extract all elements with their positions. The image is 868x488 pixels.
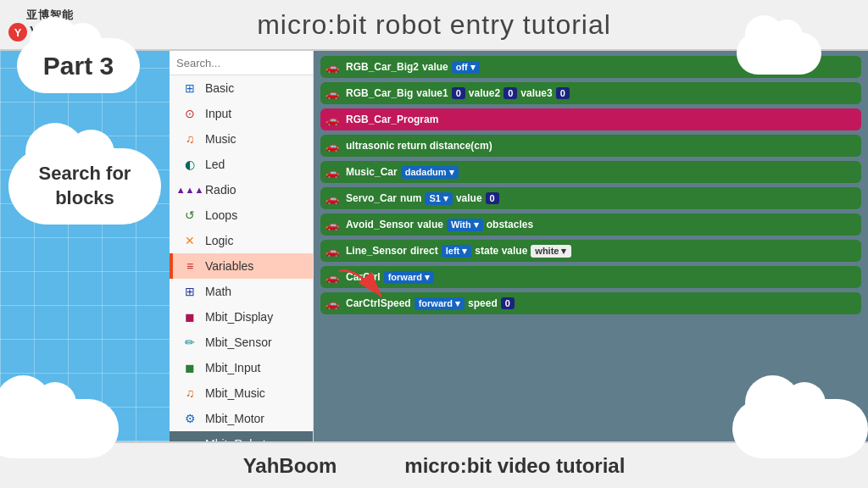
block-rgb-car-program[interactable]: 🚗 RGB_Car_Program xyxy=(320,108,861,130)
car-icon-6: 🚗 xyxy=(326,192,339,205)
block-label-music-car: Music_Car xyxy=(346,166,398,178)
search-bar[interactable]: 🔍 xyxy=(170,51,313,75)
logic-icon: ✕ xyxy=(181,232,198,249)
val-v3[interactable]: 0 xyxy=(556,87,570,99)
sidebar-item-mbit-input[interactable]: ◼ Mbit_Input xyxy=(170,355,313,380)
block-carctrl-speed[interactable]: 🚗 CarCtrlSpeed forward ▾ speed 0 xyxy=(320,292,861,314)
sidebar-label-radio: Radio xyxy=(205,183,236,197)
sidebar-label-variables: Variables xyxy=(205,259,253,273)
radio-icon: ▲▲▲ xyxy=(181,181,198,198)
cloud-search-text: Search forblocks xyxy=(39,162,131,210)
main-title: micro:bit robot entry tutorial xyxy=(257,9,611,41)
sidebar-item-loops[interactable]: ↺ Loops xyxy=(170,202,313,228)
sidebar-item-basic[interactable]: ⊞ Basic xyxy=(170,75,313,101)
logo-y-icon: Y xyxy=(8,23,27,42)
cloud-bottomright xyxy=(732,399,868,458)
val-v2[interactable]: 0 xyxy=(504,87,517,99)
math-icon: ⊞ xyxy=(181,283,198,300)
car-icon-1: 🚗 xyxy=(326,61,339,74)
bottom-bar-left: YahBoom xyxy=(243,454,337,478)
block-servo-car[interactable]: 🚗 Servo_Car num S1 ▾ value 0 xyxy=(320,187,861,209)
sidebar-label-loops: Loops xyxy=(205,208,237,222)
block-rgb-car-big[interactable]: 🚗 RGB_Car_Big value1 0 value2 0 value3 0 xyxy=(320,82,861,104)
car-icon-7: 🚗 xyxy=(326,219,339,231)
car-icon-2: 🚗 xyxy=(326,87,339,100)
block-avoid-sensor[interactable]: 🚗 Avoid_Sensor value With ▾ obstacles xyxy=(320,214,861,236)
cloud-topright xyxy=(737,32,821,75)
sidebar-label-music: Music xyxy=(205,132,236,146)
val-with[interactable]: With ▾ xyxy=(447,219,483,231)
sidebar-item-led[interactable]: ◐ Led xyxy=(170,152,313,177)
mbit-display-icon: ◼ xyxy=(181,308,198,325)
val-forward2[interactable]: forward ▾ xyxy=(415,297,465,310)
block-label-servo: Servo_Car xyxy=(346,192,397,204)
block-carctrl[interactable]: 🚗 CarCtrl forward ▾ xyxy=(320,266,861,288)
sidebar: 🔍 ⊞ Basic ⊙ Input ♫ Music ◐ Led ▲▲▲ Radi… xyxy=(170,51,314,441)
block-label-line: Line_Sensor xyxy=(346,245,407,257)
sidebar-label-mbit-display: Mbit_Display xyxy=(205,310,273,324)
search-input[interactable] xyxy=(176,57,314,69)
block-label-rgb-program: RGB_Car_Program xyxy=(346,114,438,125)
mbit-motor-icon: ⚙ xyxy=(181,410,198,427)
block-label-ultrasonic: ultrasonic return distance(cm) xyxy=(346,140,492,152)
sidebar-item-logic[interactable]: ✕ Logic xyxy=(170,228,313,253)
block-ultrasonic[interactable]: 🚗 ultrasonic return distance(cm) xyxy=(320,135,861,157)
title-bar: 亚博智能 Y YahBoom micro:bit robot entry tut… xyxy=(0,0,868,51)
part-label: Part 3 xyxy=(43,52,114,80)
sidebar-item-mbit-sensor[interactable]: ✏ Mbit_Sensor xyxy=(170,330,313,355)
sidebar-item-music[interactable]: ♫ Music xyxy=(170,126,313,152)
car-icon-5: 🚗 xyxy=(326,166,339,179)
variables-icon: ≡ xyxy=(181,258,198,274)
mbit-robot-icon: 🚗 xyxy=(181,435,198,441)
block-label-avoid: Avoid_Sensor xyxy=(346,219,414,230)
val-white[interactable]: white ▾ xyxy=(531,245,570,258)
sidebar-item-mbit-robot[interactable]: 🚗 Mbit_Robot xyxy=(170,431,313,441)
val-dadadum[interactable]: dadadum ▾ xyxy=(401,166,459,179)
sidebar-label-logic: Logic xyxy=(205,234,233,247)
val-speed[interactable]: 0 xyxy=(501,297,515,309)
sidebar-label-math: Math xyxy=(205,285,231,298)
car-icon-4: 🚗 xyxy=(326,140,339,152)
sidebar-item-mbit-display[interactable]: ◼ Mbit_Display xyxy=(170,304,313,330)
val-off[interactable]: off ▾ xyxy=(452,61,480,74)
val-s1[interactable]: S1 ▾ xyxy=(425,192,453,205)
music-icon: ♫ xyxy=(181,130,198,147)
sidebar-item-mbit-music[interactable]: ♫ Mbit_Music xyxy=(170,380,313,406)
sidebar-item-input[interactable]: ⊙ Input xyxy=(170,101,313,126)
sidebar-label-mbit-music: Mbit_Music xyxy=(205,386,265,400)
val-servo-v[interactable]: 0 xyxy=(486,192,499,204)
cloud-search-blocks: Search forblocks xyxy=(8,148,161,225)
block-music-car[interactable]: 🚗 Music_Car dadadum ▾ xyxy=(320,161,861,183)
sidebar-label-led: Led xyxy=(205,158,225,171)
car-icon-3: 🚗 xyxy=(326,114,339,126)
sidebar-item-math[interactable]: ⊞ Math xyxy=(170,279,313,304)
sidebar-label-input: Input xyxy=(205,107,231,120)
sidebar-label-mbit-input: Mbit_Input xyxy=(205,361,260,374)
mbit-input-icon: ◼ xyxy=(181,359,198,376)
bottom-bar: YahBoom micro:bit video tutorial xyxy=(0,441,868,488)
cloud-part3: Part 3 xyxy=(17,38,140,93)
sidebar-label-basic: Basic xyxy=(205,81,234,95)
sidebar-label-mbit-motor: Mbit_Motor xyxy=(205,412,264,425)
block-line-sensor[interactable]: 🚗 Line_Sensor direct left ▾ state value … xyxy=(320,240,861,262)
car-icon-8: 🚗 xyxy=(326,245,339,258)
val-v1[interactable]: 0 xyxy=(452,87,465,99)
val-left[interactable]: left ▾ xyxy=(442,245,472,258)
basic-icon: ⊞ xyxy=(181,80,198,97)
input-icon: ⊙ xyxy=(181,105,198,122)
sidebar-item-mbit-motor[interactable]: ⚙ Mbit_Motor xyxy=(170,406,313,431)
block-label-rgb-big2: RGB_Car_Big2 xyxy=(346,61,419,73)
arrow-annotation xyxy=(331,263,398,317)
sidebar-item-radio[interactable]: ▲▲▲ Radio xyxy=(170,177,313,202)
mbit-sensor-icon: ✏ xyxy=(181,334,198,351)
sidebar-item-variables[interactable]: ≡ Variables xyxy=(170,253,313,279)
loops-icon: ↺ xyxy=(181,207,198,224)
bottom-bar-right: micro:bit video tutorial xyxy=(404,454,625,478)
block-label-rgb-big: RGB_Car_Big xyxy=(346,87,413,99)
led-icon: ◐ xyxy=(181,156,198,173)
sidebar-label-mbit-sensor: Mbit_Sensor xyxy=(205,336,272,349)
cloud-bottomleft xyxy=(0,399,119,458)
mbit-music-icon: ♫ xyxy=(181,385,198,402)
